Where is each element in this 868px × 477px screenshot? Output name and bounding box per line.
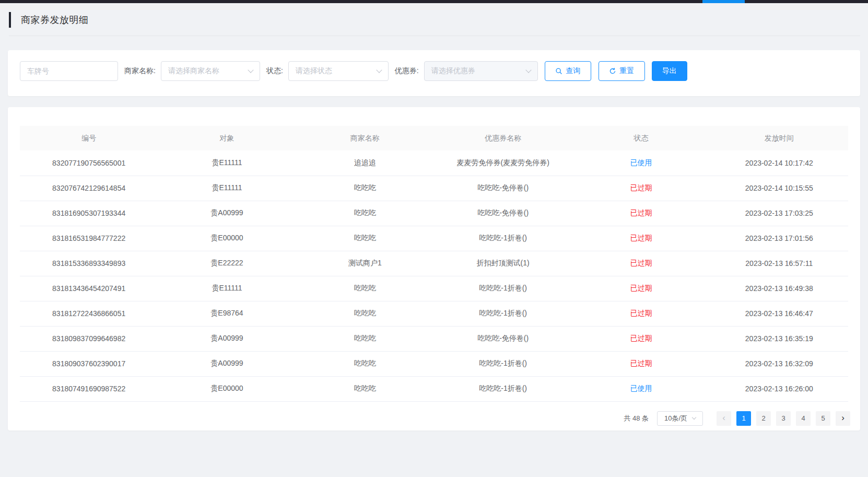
cell-target: 贵E11111 [158, 276, 296, 301]
search-button[interactable]: 查询 [545, 61, 591, 81]
cell-merchant: 吃吃吃 [296, 226, 434, 251]
column-header: 优惠券名称 [434, 126, 572, 150]
table-row: 831812722436866051贵E98764吃吃吃吃吃吃-1折卷()已过期… [20, 301, 848, 326]
search-icon [555, 67, 562, 75]
cell-merchant: 吃吃吃 [296, 301, 434, 326]
top-scrollbar [0, 0, 868, 3]
cell-merchant: 吃吃吃 [296, 326, 434, 351]
table-body: 832077190756565001贵E11111追追追麦麦劳免停券(麦麦劳免停… [20, 150, 848, 401]
cell-coupon: 吃吃吃-免停卷() [434, 326, 572, 351]
cell-coupon: 吃吃吃-1折卷() [434, 226, 572, 251]
column-header: 对象 [158, 126, 296, 150]
search-button-label: 查询 [566, 66, 580, 76]
cell-coupon: 吃吃吃-1折卷() [434, 376, 572, 401]
status-select-placeholder: 请选择状态 [296, 66, 332, 76]
reset-button[interactable]: 重置 [599, 61, 645, 81]
cell-coupon: 吃吃吃-1折卷() [434, 301, 572, 326]
cell-status: 已过期 [572, 176, 710, 201]
cell-id: 832077190756565001 [20, 150, 158, 176]
page-button-3[interactable]: 3 [776, 411, 791, 426]
table-row: 832076742129614854贵E11111吃吃吃吃吃吃-免停卷()已过期… [20, 176, 848, 201]
table-row: 832077190756565001贵E11111追追追麦麦劳免停券(麦麦劳免停… [20, 150, 848, 176]
chevron-down-icon [692, 415, 696, 420]
pager: ‹ 12345 › [714, 411, 853, 426]
pagination-bar: 共 48 条 10条/页 ‹ 12345 › [8, 411, 860, 426]
cell-merchant: 测试商户1 [296, 251, 434, 276]
cell-id: 831812722436866051 [20, 301, 158, 326]
header-divider [9, 36, 860, 36]
page-button-2[interactable]: 2 [756, 411, 771, 426]
status-text: 已使用 [630, 384, 652, 392]
coupon-select[interactable]: 请选择优惠券 [424, 61, 538, 81]
cell-time: 2023-02-14 10:15:55 [710, 176, 848, 201]
cell-id: 831809837099646982 [20, 326, 158, 351]
cell-coupon: 折扣封顶测试(1) [434, 251, 572, 276]
cell-coupon: 吃吃吃-免停卷() [434, 201, 572, 226]
coupon-label: 优惠券: [395, 66, 419, 76]
table-row: 831809837099646982贵A00999吃吃吃吃吃吃-免停卷()已过期… [20, 326, 848, 351]
next-page-button[interactable]: › [836, 411, 850, 426]
cell-status: 已使用 [572, 376, 710, 401]
cell-time: 2023-02-13 16:57:11 [710, 251, 848, 276]
page-size-value: 10条/页 [664, 414, 687, 423]
cell-id: 831816905307193344 [20, 201, 158, 226]
cell-target: 贵E98764 [158, 301, 296, 326]
total-count: 共 48 条 [624, 414, 649, 423]
cell-time: 2023-02-13 16:46:47 [710, 301, 848, 326]
merchant-name-label: 商家名称: [124, 66, 156, 76]
status-text: 已过期 [630, 284, 652, 292]
column-header: 商家名称 [296, 126, 434, 150]
page-button-1[interactable]: 1 [736, 411, 751, 426]
plate-number-input[interactable] [20, 61, 118, 81]
table-panel: 编号对象商家名称优惠券名称状态发放时间 832077190756565001贵E… [8, 107, 860, 431]
cell-merchant: 追追追 [296, 150, 434, 176]
table-row: 831816905307193344贵A00999吃吃吃吃吃吃-免停卷()已过期… [20, 201, 848, 226]
page-size-select[interactable]: 10条/页 [657, 411, 703, 426]
page-header: 商家券发放明细 [9, 12, 89, 28]
status-text: 已过期 [630, 183, 652, 192]
cell-status: 已过期 [572, 251, 710, 276]
status-text: 已过期 [630, 309, 652, 317]
cell-time: 2023-02-14 10:17:42 [710, 150, 848, 176]
reset-button-label: 重置 [619, 66, 634, 76]
cell-id: 831809037602390017 [20, 351, 158, 376]
cell-status: 已过期 [572, 201, 710, 226]
cell-target: 贵A00999 [158, 351, 296, 376]
page-button-5[interactable]: 5 [816, 411, 830, 426]
page-button-4[interactable]: 4 [796, 411, 811, 426]
cell-time: 2023-02-13 16:35:19 [710, 326, 848, 351]
prev-page-button[interactable]: ‹ [717, 411, 731, 426]
table-row: 831816531984777222贵E00000吃吃吃吃吃吃-1折卷()已过期… [20, 226, 848, 251]
column-header: 状态 [572, 126, 710, 150]
chevron-down-icon [525, 67, 531, 73]
cell-time: 2023-02-13 17:03:25 [710, 201, 848, 226]
coupon-select-placeholder: 请选择优惠券 [431, 66, 475, 76]
scrollbar-thumb[interactable] [702, 0, 745, 3]
table-row: 831815336893349893贵E22222测试商户1折扣封顶测试(1)已… [20, 251, 848, 276]
cell-id: 831813436454207491 [20, 276, 158, 301]
status-label: 状态: [266, 66, 283, 76]
cell-time: 2023-02-13 16:32:09 [710, 351, 848, 376]
table-row: 831807491690987522贵E00000吃吃吃吃吃吃-1折卷()已使用… [20, 376, 848, 401]
merchant-name-select[interactable]: 请选择商家名称 [161, 61, 260, 81]
status-select[interactable]: 请选择状态 [288, 61, 389, 81]
chevron-down-icon [376, 67, 382, 73]
cell-coupon: 吃吃吃-1折卷() [434, 351, 572, 376]
table-row: 831809037602390017贵A00999吃吃吃吃吃吃-1折卷()已过期… [20, 351, 848, 376]
cell-id: 832076742129614854 [20, 176, 158, 201]
cell-target: 贵E11111 [158, 176, 296, 201]
cell-coupon: 吃吃吃-免停卷() [434, 176, 572, 201]
cell-status: 已过期 [572, 276, 710, 301]
cell-target: 贵E11111 [158, 150, 296, 176]
status-text: 已使用 [630, 158, 652, 167]
chevron-left-icon: ‹ [722, 413, 725, 422]
cell-id: 831807491690987522 [20, 376, 158, 401]
chevron-down-icon [248, 67, 253, 73]
export-button[interactable]: 导出 [652, 61, 687, 81]
cell-coupon: 麦麦劳免停券(麦麦劳免停券) [434, 150, 572, 176]
cell-merchant: 吃吃吃 [296, 201, 434, 226]
status-text: 已过期 [630, 234, 652, 242]
cell-merchant: 吃吃吃 [296, 276, 434, 301]
coupon-table: 编号对象商家名称优惠券名称状态发放时间 832077190756565001贵E… [20, 126, 848, 402]
column-header: 编号 [20, 126, 158, 150]
